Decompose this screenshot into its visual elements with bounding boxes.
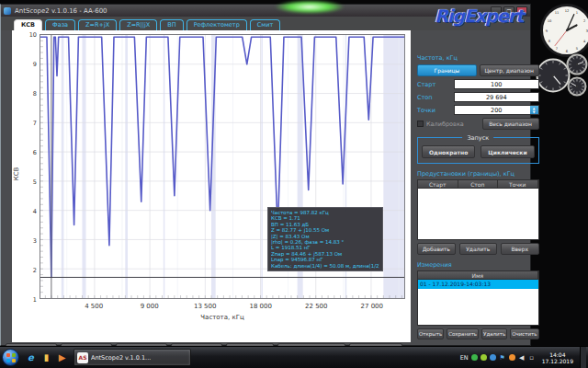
delete-measurement-button[interactable]: Удалить [481, 328, 507, 339]
measurements-table-header: Имя [417, 270, 539, 280]
tab-reflectometer[interactable]: Рефлектометр [187, 19, 247, 30]
x-tick-label: 4 500 [71, 303, 117, 310]
measurement-row-selected[interactable]: 01 - 17.12.2019-14:03:13 [418, 280, 538, 289]
window-content: КСВ Частота, кГц Частота = 987.82 кГцКСВ… [1, 30, 530, 342]
y-tick-label: 1 [12, 296, 37, 304]
presets-column-header[interactable]: Старт [418, 180, 458, 188]
band-highlight [164, 35, 164, 298]
window-title: AntScope2 v.1.0.16 - AA-600 [15, 7, 107, 15]
tray-leaf-app-icon[interactable] [481, 354, 487, 361]
presets-buttons: ДобавитьУдалитьВверх [417, 243, 539, 255]
start-frequency-input[interactable]: 100 [454, 79, 539, 89]
clear-measurements-button[interactable]: Очистить [510, 328, 538, 339]
launch-group-title: Запуск [462, 134, 493, 142]
calibration-checkbox[interactable] [417, 121, 424, 127]
x-tick-label: 27 000 [349, 303, 395, 310]
svg-text:10: 10 [548, 19, 552, 23]
measurements-column-header[interactable]: Имя [418, 271, 538, 279]
y-tick-label: 7 [12, 120, 37, 127]
tooltip-line: Кабель: длина(1/4) = 50.08 м, длина(1/2)… [271, 263, 379, 269]
app-icon [4, 7, 11, 15]
antscope-task-button[interactable]: AS AntScope2 v.1.0.1... [74, 349, 191, 366]
measurements-buttons: ОткрытьСохранитьУдалитьОчистить [417, 328, 539, 339]
cursor-tooltip: Частота = 987.82 кГцКСВ = 1.71ВП = 11.63… [267, 207, 383, 271]
start-button[interactable] [2, 349, 19, 366]
add-preset-button[interactable]: Добавить [417, 243, 456, 255]
field-row: Точки200▲▼ [417, 105, 539, 115]
open-measurement-button[interactable]: Открыть [417, 328, 444, 339]
tray-blue-app-icon[interactable] [490, 354, 496, 361]
y-tick-label: 5 [12, 178, 37, 186]
language-indicator[interactable]: EN [460, 354, 469, 362]
antscope-task-icon: AS [77, 352, 88, 363]
measurements-table-body[interactable]: 01 - 17.12.2019-14:03:13 [417, 280, 539, 326]
tray-green-app-icon[interactable] [471, 354, 478, 361]
y-tick-label: 2 [12, 267, 37, 274]
svg-text:12: 12 [565, 9, 570, 13]
show-desktop-button[interactable] [580, 347, 586, 368]
save-measurement-button[interactable]: Сохранить [447, 328, 479, 339]
gauge-gadget-small-bottom[interactable] [567, 76, 587, 100]
analog-clock-gadget[interactable]: 121234567891011 [540, 4, 588, 61]
band-highlight [82, 35, 85, 298]
move-up-button[interactable]: Вверх [501, 243, 539, 255]
field-row: Старт100 [417, 79, 539, 89]
windows-flag-pane [6, 359, 10, 362]
tray-icons: ⚑◀▫ [471, 354, 536, 362]
tab-faza[interactable]: Фаза [45, 19, 75, 30]
background-window-glare [275, 0, 362, 14]
presets-table-body[interactable] [417, 189, 539, 240]
internet-explorer-icon[interactable]: e [24, 351, 38, 365]
taskbar-time: 14:04 [542, 351, 573, 358]
tab-z-series[interactable]: Z=R+jX [78, 19, 117, 30]
gauge-gadget-small-top[interactable] [566, 53, 588, 79]
bounds-mode-button[interactable]: Границы [417, 64, 477, 76]
y-tick-label: 10 [12, 31, 37, 39]
x-tick-label: 18 000 [238, 303, 284, 310]
cyclic-sweep-button[interactable]: Циклически [481, 145, 534, 158]
tab-vp[interactable]: ВП [160, 19, 183, 30]
field-row: Стоп29 694 [417, 92, 539, 102]
full-range-button[interactable]: Весь диапазон [482, 118, 539, 130]
quick-launch: e▮▶ [24, 351, 69, 365]
center-span-mode-button[interactable]: Центр, диапазон [480, 64, 539, 76]
tab-z-parallel[interactable]: Z=R||jX [119, 19, 157, 30]
presets-column-header[interactable]: Стоп [458, 180, 499, 188]
desktop: 121234567891011 AntScope2 v.1.0.16 - AA-… [0, 0, 588, 368]
svg-text:5: 5 [576, 47, 578, 51]
tab-smith[interactable]: Смит [250, 19, 280, 30]
delete-preset-button[interactable]: Удалить [459, 243, 498, 255]
tab-ksv[interactable]: КСВ [14, 19, 42, 30]
single-sweep-button[interactable]: Однократно [422, 145, 475, 158]
gadget-dial [566, 53, 588, 75]
media-player-icon[interactable]: ▶ [55, 351, 69, 365]
stop-frequency-input[interactable]: 29 694 [454, 92, 539, 102]
gadget-dial [567, 76, 587, 97]
presets-column-header[interactable]: Точки [498, 180, 538, 188]
frequency-section-label: Частота, кГц [417, 54, 539, 62]
field-label: Точки [417, 107, 454, 114]
measurements-label: Измерения [417, 261, 539, 269]
band-highlight [261, 35, 262, 298]
frequency-fields: Старт100Стоп29 694Точки200▲▼ [417, 79, 539, 118]
tray-flag-icon[interactable]: ⚑ [499, 354, 506, 362]
tray-orange-app-icon[interactable] [509, 354, 515, 361]
y-tick-label: 3 [12, 237, 37, 245]
y-tick-label: 8 [12, 90, 37, 98]
band-highlight [125, 35, 128, 298]
taskbar-clock[interactable]: 14:04 17.12.2019 [538, 351, 577, 364]
antscope-window: AntScope2 v.1.0.16 - AA-600 –❐✕ RigExper… [0, 4, 531, 346]
rigexpert-logo: RigExpert [435, 6, 523, 26]
svg-text:7: 7 [556, 47, 558, 51]
svg-text:2: 2 [583, 19, 585, 23]
spinner-buttons[interactable]: ▲▼ [530, 106, 538, 114]
windows-flag-pane [6, 353, 10, 357]
points-input[interactable]: 200▲▼ [454, 105, 539, 115]
range-mode-switch: ГраницыЦентр, диапазон [417, 64, 539, 76]
antscope-task-label: AntScope2 v.1.0.1... [91, 354, 151, 362]
volume-icon[interactable]: ◀ [518, 354, 526, 362]
tray-notification-icon[interactable]: ▫ [528, 354, 536, 362]
svg-text:1: 1 [576, 11, 578, 15]
folder-icon[interactable]: ▮ [40, 351, 53, 365]
windows-flag-pane [12, 359, 16, 362]
